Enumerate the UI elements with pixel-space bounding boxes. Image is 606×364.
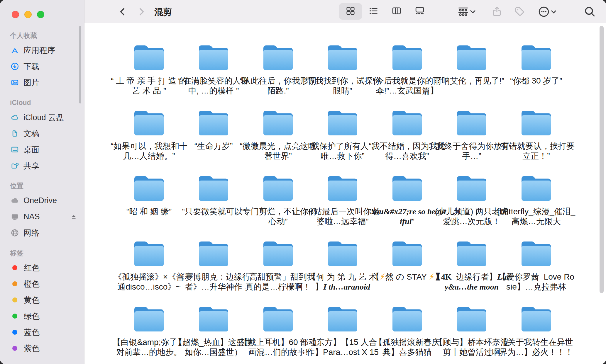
sidebar-item[interactable]: 网络 — [0, 225, 84, 241]
folder-item[interactable]: 【何 为 第 九 艺 术 】I th…aranoid — [310, 232, 375, 297]
sidebar-item[interactable]: 橙色 — [0, 276, 84, 292]
sidebar-item[interactable]: 应用程序 — [0, 42, 84, 58]
folder-item[interactable]: 【孤独摇滚新春庆典】喜多猫猫 — [375, 297, 439, 362]
zoom-button[interactable] — [37, 11, 44, 18]
folder-item[interactable]: [butterfly_综漫_催泪_高燃…无限大 — [504, 166, 568, 232]
folder-item[interactable]: “B站最后一次叫你老婆啦…远幸福” — [310, 166, 375, 232]
folder-item[interactable]: “我不结婚，因为我觉得…喜欢我” — [375, 101, 439, 166]
folder-icon — [520, 110, 552, 137]
toolbar: 混剪 — [84, 0, 606, 23]
minimize-button[interactable] — [24, 11, 32, 18]
sidebar-item-label: NAS — [23, 212, 40, 221]
folder-item[interactable]: “今后我就是你的雨伞!”…玄武国篇】 — [375, 35, 439, 101]
folder-item[interactable]: “呐艾伦，再见了!” — [439, 35, 504, 101]
folder-item[interactable]: 【4K_边缘行者】Lucy&a…the moon — [439, 232, 504, 297]
folder-icon — [456, 240, 488, 267]
shared-folder-icon — [10, 161, 19, 171]
folder-item[interactable]: 「高甜预警」甜到我真的是…柠檬啊！ — [246, 232, 310, 297]
folder-label: 【关于我转生在异世界为…】必火！！！ — [497, 337, 575, 357]
folder-item[interactable]: “专门剪烂，不让你们心动” — [246, 166, 310, 232]
folder-icon — [197, 110, 230, 137]
tag-color-dot — [12, 297, 17, 302]
sidebar-item[interactable]: 下载 — [0, 58, 84, 74]
folder-item[interactable]: “微微晨光，点亮这喧嚣世界” — [246, 101, 310, 166]
folder-item[interactable]: “你都 30 岁了” — [504, 35, 568, 101]
folder-icon — [391, 240, 423, 267]
tag-button[interactable] — [513, 5, 526, 18]
folder-item[interactable]: “只要微笑就可以” — [181, 166, 246, 232]
sidebar-item-label: 共享 — [23, 161, 39, 171]
ellipsis-circle-icon — [538, 6, 550, 18]
tag-color-dot — [12, 265, 17, 270]
list-view-button[interactable] — [362, 3, 385, 20]
folder-icon — [520, 306, 552, 333]
sidebar-item[interactable]: 紫色 — [0, 340, 84, 356]
folder-icon — [391, 306, 423, 333]
content-scrollbar[interactable] — [600, 26, 604, 293]
folder-item[interactable]: 【超燃_热血】这盛世如你…国盛世） — [181, 297, 246, 362]
group-by-icon — [457, 6, 469, 17]
group-by-button[interactable] — [456, 6, 478, 18]
list-view-icon — [368, 6, 378, 17]
folder-icon — [197, 44, 230, 71]
folder-icon — [520, 44, 552, 71]
gallery-view-button[interactable] — [408, 3, 431, 20]
sidebar-item[interactable]: 桌面 — [0, 142, 84, 158]
tag-icon — [514, 6, 526, 18]
sidebar-item[interactable]: NAS — [0, 209, 84, 225]
folder-item[interactable]: “You&#x27;re so beautiful” — [375, 166, 439, 232]
folder-icon — [326, 175, 359, 202]
folder-icon — [456, 110, 488, 137]
folder-item[interactable]: 《赛博朋克：边缘行者》…升华神作 — [181, 232, 246, 297]
more-actions-button[interactable] — [537, 5, 558, 18]
sidebar-item[interactable]: OneDrive — [0, 193, 84, 209]
folder-icon — [456, 306, 488, 333]
folder-item[interactable]: 【白银&amp;弥子】对前辈…的地步。 — [117, 297, 181, 362]
folder-item[interactable]: 【顾与】桥本环奈混剪丨她曾活过啊 — [439, 297, 504, 362]
sidebar-item[interactable]: iCloud 云盘 — [0, 109, 84, 125]
share-button[interactable] — [490, 5, 503, 18]
folder-item[interactable]: 【东方】【15 人合作】Para…ost X 15 — [310, 297, 375, 362]
folder-icon — [391, 175, 423, 202]
sidebar-item[interactable]: 图片 — [0, 74, 84, 91]
sidebar-item[interactable]: 黄色 — [0, 292, 84, 308]
sidebar-item[interactable]: 共享 — [0, 158, 84, 174]
folder-item[interactable]: “从此往后，你我形同陌路.” — [246, 35, 310, 101]
folder-item[interactable]: “生命万岁” — [181, 101, 246, 166]
chevron-left-icon — [118, 7, 128, 17]
search-button[interactable] — [583, 5, 597, 18]
sidebar-item[interactable]: 蓝色 — [0, 324, 84, 340]
folder-item[interactable]: “ 在满脸笑容的人群中, …的模样 ” — [181, 35, 246, 101]
folder-item[interactable]: 【关于我转生在异世界为…】必火！！！ — [504, 297, 568, 362]
folder-item[interactable]: “有错就要认，挨打要立正！” — [504, 101, 568, 166]
folder-item[interactable]: 【爱你罗茜_Love Rosie】…克拉弗林 — [504, 232, 568, 297]
folder-item[interactable]: “如果可以，我想和十几…人结婚。” — [117, 101, 181, 166]
icons-view-button[interactable] — [339, 3, 362, 20]
cloud-icon — [10, 113, 19, 122]
close-button[interactable] — [12, 11, 19, 18]
folder-item[interactable]: “昭 和 姻 缘” — [117, 166, 181, 232]
back-button[interactable] — [117, 6, 128, 17]
sidebar-item-label: 黄色 — [24, 295, 40, 305]
folder-item[interactable]: “ 上 帝 亲 手 打 造 的 艺 术 品 ” — [117, 35, 181, 101]
eject-icon[interactable] — [70, 213, 78, 221]
sidebar-item-label: 绿色 — [24, 311, 40, 322]
folder-item[interactable]: 【⚡然 の STAY ⚡】 — [375, 232, 439, 297]
folder-item[interactable]: (少儿频道) 两只老虎爱跳…次元版！ — [439, 166, 504, 232]
forward-button[interactable] — [136, 6, 147, 17]
sidebar-item[interactable]: 文稿 — [0, 125, 84, 142]
folder-item[interactable]: “我终于舍得为你放开手…” — [439, 101, 504, 166]
folder-icon — [391, 110, 423, 137]
columns-view-button[interactable] — [385, 3, 408, 20]
folder-icon — [133, 44, 165, 71]
tag-color-dot — [12, 281, 17, 286]
sidebar-section-title: 位置 — [10, 181, 84, 190]
sidebar-item[interactable]: 绿色 — [0, 308, 84, 324]
folder-icon — [456, 175, 488, 202]
sidebar-scrollbar[interactable] — [79, 26, 81, 103]
folder-item[interactable]: 【戴上耳机】60 部动画混…们的故事! — [246, 297, 310, 362]
sidebar-item[interactable]: 红色 — [0, 260, 84, 276]
folder-item[interactable]: 《孤独摇滚》×《普通disco…isco》~ — [117, 232, 181, 297]
folder-item[interactable]: “我保护了所有人，唯…救下你” — [310, 101, 375, 166]
folder-item[interactable]: “等我找到你，试探你眼睛” — [310, 35, 375, 101]
